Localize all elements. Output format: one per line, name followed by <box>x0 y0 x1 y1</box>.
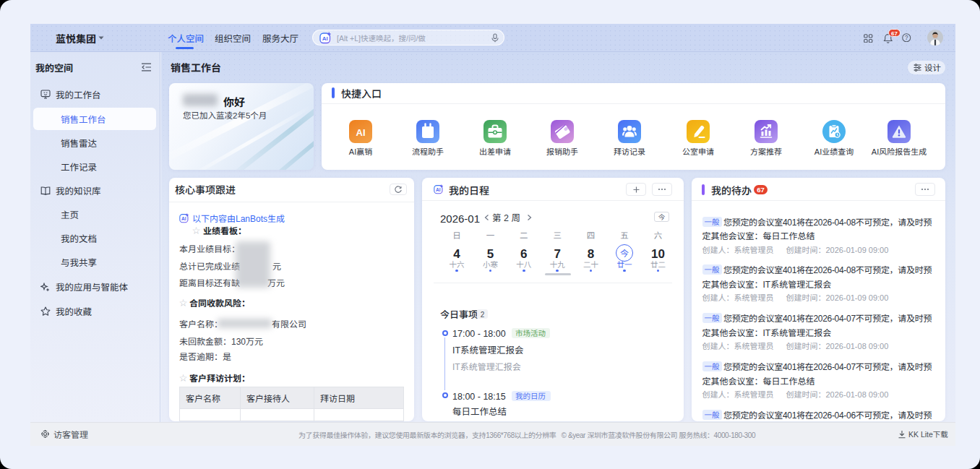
svg-text:AI: AI <box>436 187 441 192</box>
svg-text:AI: AI <box>322 35 328 42</box>
svg-text:AI: AI <box>356 127 366 138</box>
svg-text:AI: AI <box>181 216 186 221</box>
svg-text:?: ? <box>905 35 908 41</box>
